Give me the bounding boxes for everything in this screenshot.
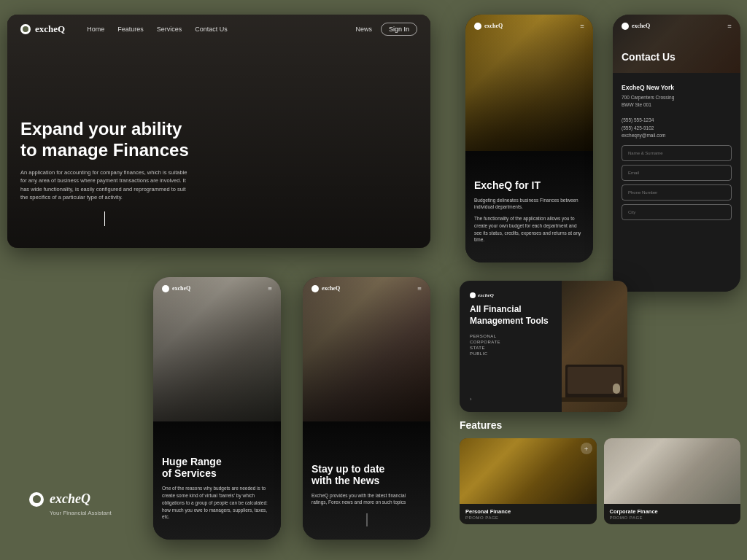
tag-corporate: CORPORATE	[470, 340, 551, 344]
phone-services-menu-icon[interactable]: ≡	[268, 284, 272, 292]
nav-features[interactable]: Features	[117, 26, 144, 33]
hero-title: Expand your ability to manage Finances	[20, 119, 189, 161]
phone-it-desc2: The functionality of the application all…	[474, 215, 584, 244]
phone-services-content: Huge Range of Services One of the reason…	[162, 456, 272, 525]
phone-services-brand: excheQ	[172, 285, 190, 292]
office-address: 700 Carpenters Crossing BWW Ste 001 (555…	[622, 94, 732, 139]
tag-state: STATE	[470, 346, 551, 350]
bottom-logo-icon	[29, 492, 44, 507]
phone1: (555) 555-1234	[622, 117, 732, 124]
phone-contact-brand: excheQ	[632, 23, 650, 29]
hero-nav: excheQ Home Features Services Contact Us…	[7, 15, 430, 44]
logo-icon	[20, 24, 31, 34]
phone-news-content: Stay up to date with the News ExcheQ pro…	[311, 463, 422, 511]
phone-it-logo-icon	[474, 23, 481, 30]
phone-news-desc: ExcheQ provides you with the latest fina…	[311, 492, 422, 507]
financial-card-content: excheQ All Financial Management Tools PE…	[460, 281, 562, 412]
hero-content: Expand your ability to manage Finances A…	[20, 119, 189, 226]
city-field[interactable]: City	[622, 204, 732, 220]
phone-it-logo: excheQ	[474, 23, 503, 30]
phone-contact-logo-icon	[622, 23, 629, 30]
phone-contact-body: ExcheQ New York 700 Carpenters Crossing …	[613, 77, 740, 292]
financial-tags: PERSONAL CORPORATE STATE PUBLIC	[470, 334, 551, 356]
laptop-screen	[568, 367, 622, 394]
phone-services-title: Huge Range of Services	[162, 456, 272, 479]
hero-progress-indicator	[104, 211, 105, 226]
phone-services-logo-icon	[162, 285, 169, 292]
phone-it-nav: excheQ ≡	[465, 22, 593, 30]
phone-it-brand: excheQ	[484, 23, 503, 29]
bottom-logo-tagline: Your Financial Assistant	[50, 510, 112, 516]
financial-card-image	[562, 281, 627, 412]
financial-logo-dot	[470, 292, 476, 298]
feature-corporate-image	[604, 438, 741, 504]
hero-logo-text: excheQ	[35, 23, 65, 35]
bottom-logo-mark: excheQ	[29, 491, 112, 507]
features-section-title: Features	[460, 419, 740, 431]
financial-logo-text: excheQ	[478, 292, 494, 298]
phone-news-logo: excheQ	[311, 285, 340, 292]
phone-services-desc: One of the reasons why budgets are neede…	[162, 485, 272, 521]
name-field-placeholder: Name & Surname	[628, 151, 663, 155]
laptop-illustration	[565, 365, 624, 397]
phone-field-placeholder: Phone Number	[628, 190, 657, 195]
menu-icon[interactable]: ≡	[580, 22, 584, 30]
phone-services-nav: excheQ ≡	[153, 284, 281, 292]
office-name: ExcheQ New York	[622, 84, 732, 91]
financial-tools-card: excheQ All Financial Management Tools PE…	[460, 281, 627, 412]
laptop-base	[562, 397, 627, 402]
features-section: Features + Personal Finance PROMO PAGE C…	[460, 419, 740, 524]
city-field-placeholder: City	[628, 210, 635, 214]
phone-contact-menu-icon[interactable]: ≡	[727, 22, 732, 30]
phone-it-desc1: Budgeting delineates business Finances b…	[474, 197, 584, 211]
financial-tools-title: All Financial Management Tools	[470, 304, 551, 327]
phone-news-progress	[366, 513, 367, 526]
feature-corporate-body: Corporate Finance PROMO PAGE	[604, 504, 741, 524]
phone-services-mockup: excheQ ≡ Huge Range of Services One of t…	[153, 277, 281, 540]
phone-it-title: ExcheQ for IT	[474, 179, 584, 191]
phone-news-title: Stay up to date with the News	[311, 463, 422, 486]
phone-it-mockup: excheQ ≡ ExcheQ for IT Budgeting delinea…	[465, 15, 593, 262]
feature-corporate-name: Corporate Finance	[610, 508, 735, 515]
phone-news-menu-icon[interactable]: ≡	[417, 284, 422, 292]
hero-nav-links: Home Features Services Contact Us	[87, 26, 228, 33]
tag-personal: PERSONAL	[470, 334, 551, 338]
hero-nav-right: News Sign In	[355, 23, 417, 36]
nav-home[interactable]: Home	[87, 26, 104, 33]
feature-plus-icon[interactable]: +	[581, 443, 592, 454]
phone-contact-mockup: excheQ ≡ Contact Us ExcheQ New York 700 …	[613, 15, 740, 292]
feature-corporate-type: PROMO PAGE	[610, 516, 735, 520]
contact-page-title: Contact Us	[622, 51, 676, 63]
feature-card-corporate[interactable]: Corporate Finance PROMO PAGE	[604, 438, 741, 524]
feature-personal-image: +	[460, 438, 597, 504]
phone-news-logo-icon	[311, 285, 319, 292]
bottom-logo: excheQ Your Financial Assistant	[29, 491, 112, 516]
feature-personal-name: Personal Finance	[465, 508, 591, 515]
nav-contact-us[interactable]: Contact Us	[195, 26, 228, 33]
feature-personal-type: PROMO PAGE	[465, 516, 591, 520]
address-line1: 700 Carpenters Crossing	[622, 94, 732, 101]
email-field[interactable]: Email	[622, 165, 732, 181]
feature-card-personal[interactable]: + Personal Finance PROMO PAGE	[460, 438, 597, 524]
bottom-logo-text: excheQ	[50, 491, 90, 507]
mouse-illustration	[613, 384, 620, 394]
phone-news-mockup: excheQ ≡ Stay up to date with the News E…	[303, 277, 430, 540]
feature-personal-body: Personal Finance PROMO PAGE	[460, 504, 597, 524]
hero-mockup: excheQ Home Features Services Contact Us…	[7, 15, 430, 248]
nav-news[interactable]: News	[355, 26, 372, 33]
financial-card-logo: excheQ	[470, 292, 551, 298]
phone-news-brand: excheQ	[322, 285, 340, 292]
features-cards: + Personal Finance PROMO PAGE Corporate …	[460, 438, 740, 524]
nav-services[interactable]: Services	[157, 26, 182, 33]
phone-contact-logo: excheQ	[622, 23, 650, 30]
sign-in-button[interactable]: Sign In	[381, 23, 417, 36]
phone-field[interactable]: Phone Number	[622, 184, 732, 201]
phone-services-logo: excheQ	[162, 285, 190, 292]
address-line2: BWW Ste 001	[622, 101, 732, 109]
name-field[interactable]: Name & Surname	[622, 145, 732, 161]
tag-public: PUBLIC	[470, 351, 551, 356]
hero-logo: excheQ	[20, 23, 65, 35]
hero-description: An application for accounting for compan…	[20, 168, 188, 201]
phone-contact-nav: excheQ ≡	[613, 22, 740, 30]
email: excheqny@mail.com	[622, 132, 732, 139]
